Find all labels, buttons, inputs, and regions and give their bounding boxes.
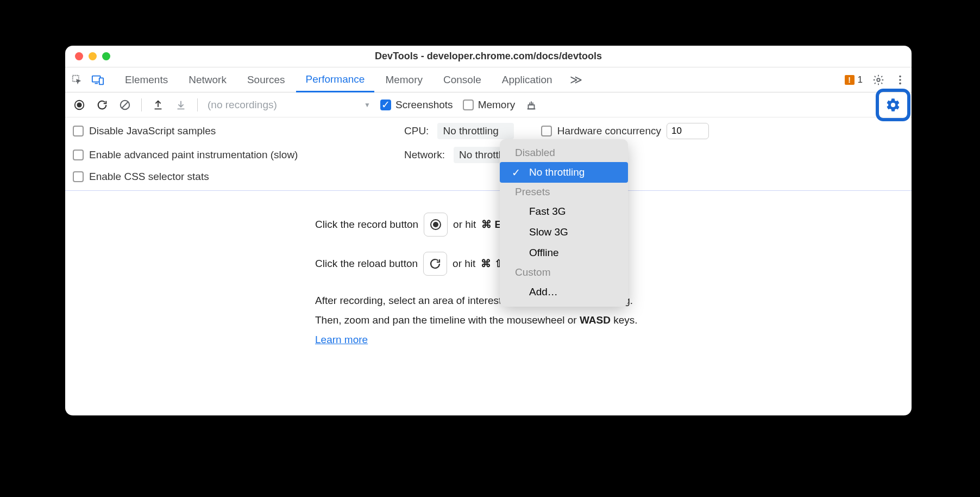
recordings-label: (no recordings) (208, 99, 277, 111)
traffic-lights (75, 52, 110, 60)
svg-line-11 (122, 102, 128, 108)
tab-performance[interactable]: Performance (296, 67, 375, 92)
divider (197, 98, 198, 111)
device-toggle-icon[interactable] (91, 73, 104, 86)
dropdown-item-add[interactable]: Add… (500, 282, 628, 302)
settings-icon[interactable] (872, 74, 884, 86)
chevron-down-icon: ▼ (364, 101, 370, 109)
screenshots-checkbox[interactable]: ✓ Screenshots (380, 99, 453, 111)
download-icon[interactable] (174, 98, 187, 111)
inspect-icon[interactable] (71, 73, 84, 86)
enable-paint-label: Enable advanced paint instrumentation (s… (89, 149, 298, 161)
cpu-label: CPU: (404, 125, 429, 137)
info-text: Then, zoom and pan the timeline with the… (315, 314, 580, 326)
wasd-text: WASD (580, 314, 611, 326)
svg-rect-3 (99, 78, 103, 84)
enable-css-label: Enable CSS selector stats (89, 171, 209, 183)
info-text: Click the record button (315, 215, 418, 234)
tab-network[interactable]: Network (179, 67, 236, 92)
warning-icon: ! (845, 75, 855, 85)
dropdown-item-no-throttling[interactable]: No throttling (500, 162, 628, 183)
svg-point-9 (77, 102, 81, 107)
issues-badge[interactable]: ! 1 (845, 74, 863, 85)
cpu-value: No throttling (443, 125, 498, 136)
panel-tabs: Elements Network Sources Performance Mem… (65, 67, 912, 92)
enable-css-checkbox[interactable]: Enable CSS selector stats (73, 171, 404, 183)
minimize-window-button[interactable] (89, 52, 97, 60)
reload-button[interactable] (96, 98, 109, 111)
svg-point-4 (877, 78, 880, 82)
disable-js-checkbox[interactable]: Disable JavaScript samples (73, 123, 404, 139)
info-text: keys. (611, 314, 638, 326)
checkbox-icon (73, 126, 84, 136)
hw-label: Hardware concurrency (557, 125, 661, 137)
record-button[interactable] (73, 98, 86, 111)
hw-concurrency-checkbox[interactable] (541, 126, 552, 136)
info-text: Click the reload button (315, 254, 418, 274)
memory-checkbox[interactable]: Memory (463, 99, 516, 111)
close-window-button[interactable] (75, 52, 83, 60)
tab-console[interactable]: Console (434, 67, 491, 92)
dropdown-group-disabled: Disabled (500, 144, 628, 162)
dropdown-item-offline[interactable]: Offline (500, 243, 628, 263)
dropdown-item-fast-3g[interactable]: Fast 3G (500, 201, 628, 222)
svg-point-15 (433, 222, 438, 227)
capture-settings-button[interactable] (876, 89, 910, 121)
svg-rect-12 (529, 105, 535, 109)
checkbox-icon (463, 100, 474, 110)
collect-garbage-icon[interactable] (525, 98, 538, 111)
tabs-overflow-icon[interactable]: ≫ (563, 73, 589, 87)
performance-toolbar: (no recordings) ▼ ✓ Screenshots Memory (65, 92, 912, 117)
tab-elements[interactable]: Elements (115, 67, 178, 92)
dropdown-group-custom: Custom (500, 263, 628, 282)
memory-label: Memory (478, 99, 516, 111)
shortcut: ⌘ E (481, 215, 501, 234)
screenshots-label: Screenshots (395, 99, 453, 111)
cpu-throttle-select[interactable]: No throttling (437, 123, 513, 139)
enable-paint-checkbox[interactable]: Enable advanced paint instrumentation (s… (73, 147, 404, 163)
network-label: Network: (404, 149, 445, 161)
network-throttle-dropdown: Disabled No throttling Presets Fast 3G S… (500, 139, 628, 307)
tab-application[interactable]: Application (492, 67, 562, 92)
divider (141, 98, 142, 111)
learn-more-link[interactable]: Learn more (315, 334, 368, 345)
checkbox-icon: ✓ (380, 100, 391, 110)
devtools-window: DevTools - developer.chrome.com/docs/dev… (65, 46, 912, 415)
svg-point-7 (899, 82, 901, 84)
dropdown-item-slow-3g[interactable]: Slow 3G (500, 222, 628, 243)
hw-concurrency-input[interactable] (667, 123, 709, 139)
record-icon-sample (424, 213, 448, 237)
disable-js-label: Disable JavaScript samples (89, 125, 216, 137)
svg-point-5 (899, 75, 901, 77)
dropdown-group-presets: Presets (500, 183, 628, 201)
window-title: DevTools - developer.chrome.com/docs/dev… (65, 51, 912, 62)
svg-point-6 (899, 79, 901, 81)
more-icon[interactable] (894, 74, 906, 86)
tab-memory[interactable]: Memory (375, 67, 432, 92)
maximize-window-button[interactable] (102, 52, 110, 60)
tab-sources[interactable]: Sources (237, 67, 295, 92)
titlebar: DevTools - developer.chrome.com/docs/dev… (65, 46, 912, 67)
empty-state-info: Click the record button or hit ⌘ E to st… (65, 191, 912, 350)
info-text: or hit (453, 254, 475, 274)
reload-icon-sample (423, 252, 447, 276)
issues-count: 1 (858, 74, 863, 85)
info-text: or hit (453, 215, 476, 234)
clear-button[interactable] (118, 98, 131, 111)
checkbox-icon (73, 171, 84, 182)
checkbox-icon (73, 150, 84, 160)
upload-icon[interactable] (152, 98, 165, 111)
recordings-selector[interactable]: (no recordings) ▼ (208, 99, 370, 111)
capture-settings-panel: Disable JavaScript samples CPU: No throt… (65, 117, 912, 191)
